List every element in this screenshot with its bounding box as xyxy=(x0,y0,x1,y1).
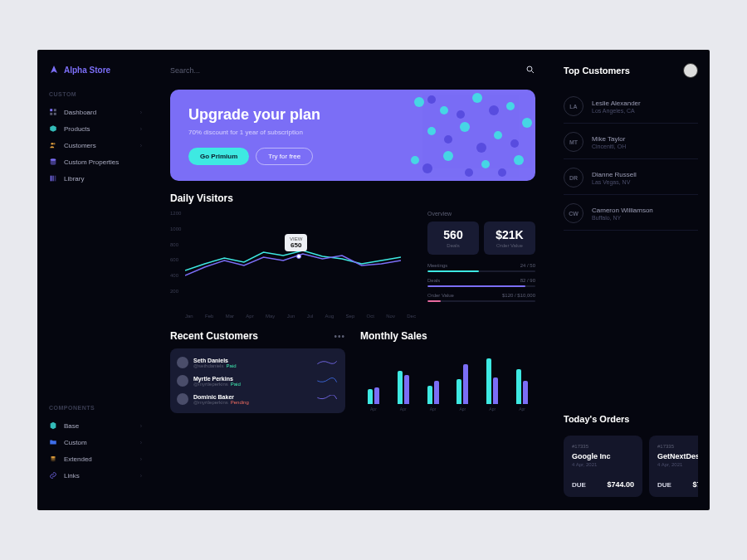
order-company: Google Inc xyxy=(572,452,634,460)
sidebar-item-custom[interactable]: Custom › xyxy=(46,434,145,450)
monthly-bar-chart: AprAprAprAprAprApr xyxy=(360,345,535,411)
progress-row: Deals82 / 90 xyxy=(427,278,535,287)
progress-bars: Meetings24 / 50 Deals82 / 90 Order Value… xyxy=(427,263,535,302)
sidebar-item-extended[interactable]: Extended › xyxy=(46,450,145,467)
orders-title: Today's Orders xyxy=(564,414,698,424)
sidebar-item-custom-properties[interactable]: Custom Properties xyxy=(46,153,145,170)
svg-point-21 xyxy=(494,131,502,139)
upgrade-banner: Upgrade your plan 70% discount for 1 yea… xyxy=(170,90,535,181)
ov-value: $21K xyxy=(489,228,530,241)
ov-value: 560 xyxy=(432,228,474,241)
customer-row[interactable]: Seth Daniels @sethdanielsPaid xyxy=(177,353,339,372)
line-chart-svg xyxy=(185,211,401,294)
svg-point-30 xyxy=(444,135,452,144)
brand-name: Alpha Store xyxy=(64,66,110,75)
folder-icon xyxy=(49,438,57,446)
orders-list: #17335 Google Inc 4 Apr, 2021 DUE $744.0… xyxy=(564,436,698,497)
svg-point-34 xyxy=(465,168,473,177)
chart-marker-dot xyxy=(296,254,301,259)
try-free-button[interactable]: Try for free xyxy=(256,148,313,165)
sidebar-item-products[interactable]: Products › xyxy=(46,120,145,137)
sidebar-item-label: Links xyxy=(64,472,80,480)
svg-rect-9 xyxy=(55,176,56,182)
overview-card-order-value: $21K Order Value xyxy=(484,222,535,255)
user-avatar[interactable] xyxy=(683,63,698,78)
svg-point-23 xyxy=(411,156,419,164)
svg-point-25 xyxy=(481,160,490,168)
customer-name: Dominic Baker xyxy=(193,394,310,400)
search-icon[interactable] xyxy=(525,63,535,78)
sidebar: Alpha Store CUSTOM Dashboard › Products … xyxy=(37,50,154,510)
nav-section-components: COMPONENTS Base › Custom › Extended › Li… xyxy=(46,405,145,484)
svg-point-10 xyxy=(51,456,56,458)
monthly-title: Monthly Sales xyxy=(360,330,535,342)
tooltip-value: 650 xyxy=(290,241,302,249)
order-card[interactable]: #17335 Google Inc 4 Apr, 2021 DUE $744.0… xyxy=(564,436,642,497)
customer-badge: DR xyxy=(564,168,583,187)
order-amount: $744.00 xyxy=(607,480,634,489)
top-customer-row[interactable]: MT Mike TaylorCinceniti, OH xyxy=(564,125,698,159)
svg-rect-8 xyxy=(52,176,54,182)
search-input[interactable] xyxy=(170,66,525,75)
visitors-chart: 12001000800600400200 VIEW 650 JanFebMarA… xyxy=(170,211,416,319)
customer-name: Seth Daniels xyxy=(193,358,310,363)
daily-visitors-section: Daily Visitors 12001000800600400200 VIEW… xyxy=(170,192,535,319)
go-premium-button[interactable]: Go Primium xyxy=(188,148,249,165)
brand-logo[interactable]: Alpha Store xyxy=(46,65,145,75)
dashboard-icon xyxy=(49,108,57,116)
sidebar-item-library[interactable]: Library xyxy=(46,170,145,187)
sidebar-item-links[interactable]: Links › xyxy=(46,467,145,484)
overview-label: Overview xyxy=(427,211,535,217)
svg-point-4 xyxy=(51,143,54,145)
svg-point-17 xyxy=(472,93,482,103)
top-customer-row[interactable]: CW Cameron WilliamsonBuffalo, NY xyxy=(564,197,698,231)
sparkline xyxy=(315,358,339,367)
search-bar xyxy=(170,63,535,78)
overview-panel: Overview 560 Deals $21K Order Value Meet… xyxy=(427,211,535,319)
order-status: DUE xyxy=(657,481,671,489)
order-card[interactable]: #17335 GetNextDesign 4 Apr, 2021 DUE $74… xyxy=(649,436,698,497)
bar-column: Apr xyxy=(486,354,498,411)
chart-y-axis: 12001000800600400200 xyxy=(170,211,181,294)
top-customer-row[interactable]: LA Leslie AlexanderLos Angeles, CA xyxy=(564,90,698,124)
svg-point-12 xyxy=(51,460,56,461)
order-status: DUE xyxy=(572,481,586,489)
customer-list: Seth Daniels @sethdanielsPaid Myrtle Per… xyxy=(170,348,345,413)
svg-point-29 xyxy=(489,105,499,115)
svg-point-33 xyxy=(422,163,432,173)
svg-line-14 xyxy=(532,71,535,74)
svg-point-19 xyxy=(427,127,436,135)
database-icon xyxy=(49,158,57,166)
chevron-right-icon: › xyxy=(140,473,142,479)
sidebar-item-dashboard[interactable]: Dashboard › xyxy=(46,104,145,120)
avatar xyxy=(177,375,188,387)
progress-row: Order Value$120 / $10,000 xyxy=(427,293,535,302)
sparkline xyxy=(315,377,339,385)
chevron-right-icon: › xyxy=(140,110,142,115)
chevron-right-icon: › xyxy=(140,440,142,446)
top-customers-title: Top Customers xyxy=(564,66,630,75)
svg-point-35 xyxy=(498,168,506,177)
customer-badge: CW xyxy=(564,203,583,223)
order-id: #17335 xyxy=(657,444,698,449)
link-icon xyxy=(49,471,57,480)
library-icon xyxy=(49,174,57,183)
cube-icon xyxy=(49,421,57,430)
svg-point-27 xyxy=(427,95,436,104)
order-amount: $744.00 xyxy=(692,480,698,489)
svg-point-16 xyxy=(440,106,448,114)
sidebar-item-label: Extended xyxy=(64,455,92,463)
box-icon xyxy=(49,124,57,133)
svg-point-18 xyxy=(506,102,515,110)
svg-point-13 xyxy=(527,66,532,71)
sidebar-item-customers[interactable]: Customers › xyxy=(46,137,145,153)
sidebar-item-base[interactable]: Base › xyxy=(46,417,145,434)
customer-row[interactable]: Dominic Baker @myrtleperkinsPending xyxy=(177,390,339,408)
more-icon[interactable]: ••• xyxy=(334,332,345,341)
svg-point-32 xyxy=(510,139,519,148)
customer-row[interactable]: Myrtle Perkins @myrtleperkinsPaid xyxy=(177,372,339,390)
avatar xyxy=(177,393,188,405)
nav-heading-components: COMPONENTS xyxy=(46,405,145,411)
svg-rect-1 xyxy=(54,109,56,111)
top-customer-row[interactable]: DR Dianne RussellLas Vegas, NV xyxy=(564,161,698,195)
